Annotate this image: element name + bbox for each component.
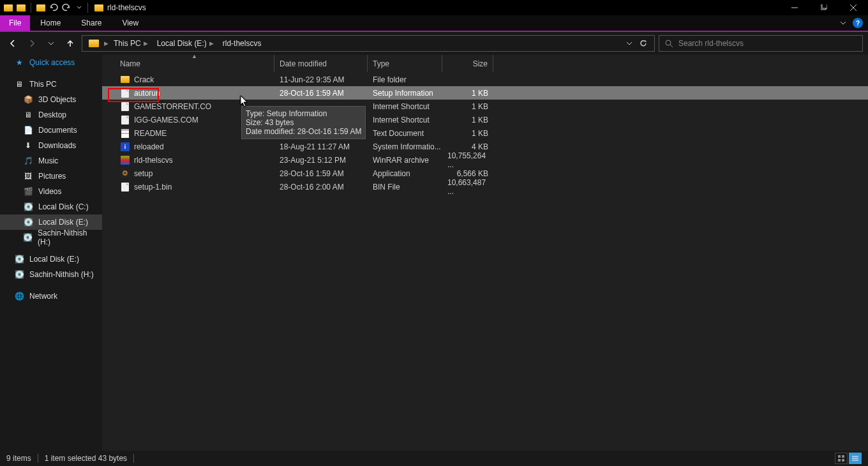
svg-point-5 xyxy=(666,40,671,45)
sidebar-drive[interactable]: 💽Local Disk (E:) xyxy=(0,252,102,267)
drive-icon: 💽 xyxy=(23,233,33,242)
drive-icon: 💽 xyxy=(14,270,24,279)
column-size[interactable]: Size xyxy=(442,55,493,72)
tooltip-line: Size: 43 bytes xyxy=(246,118,361,127)
file-name: GAMESTORRENT.CO xyxy=(134,102,211,111)
drive-icon: 🎬 xyxy=(23,187,33,196)
file-row[interactable]: Crack 11-Jun-22 9:35 AM File folder xyxy=(102,73,868,86)
sidebar-item[interactable]: 📄Documents xyxy=(0,123,102,138)
star-icon: ★ xyxy=(14,58,24,67)
drive-icon: 🖥 xyxy=(23,110,33,119)
chevron-right-icon[interactable]: ▶ xyxy=(104,40,108,47)
separator xyxy=(31,3,31,13)
file-type: Internet Shortcut xyxy=(368,102,442,111)
network-icon: 🌐 xyxy=(14,292,24,301)
file-type: Setup Information xyxy=(368,89,442,98)
file-size: 1 KB xyxy=(442,89,493,98)
file-size: 1 KB xyxy=(442,102,493,111)
sort-asc-icon: ▲ xyxy=(191,53,197,59)
file-row[interactable]: GAMESTORRENT.CO Internet Shortcut 1 KB xyxy=(102,100,868,113)
tab-file[interactable]: File xyxy=(0,15,30,31)
file-name: rld-thelscvs xyxy=(134,156,173,165)
file-row[interactable]: README Text Document 1 KB xyxy=(102,126,868,140)
column-name[interactable]: Name▲ xyxy=(115,55,274,72)
drive-icon: 💽 xyxy=(23,218,33,227)
breadcrumb-segment[interactable]: Local Disk (E:)▶ xyxy=(153,39,218,48)
tooltip-line: Date modified: 28-Oct-16 1:59 AM xyxy=(246,127,361,136)
tooltip-line: Type: Setup Information xyxy=(246,109,361,118)
undo-icon[interactable] xyxy=(48,2,59,13)
file-icon: ⚙ xyxy=(120,169,130,179)
nav-sidebar: ★ Quick access 🖥 This PC 📦3D Objects🖥Des… xyxy=(0,55,102,451)
sidebar-item[interactable]: 🎬Videos xyxy=(0,184,102,199)
file-row[interactable]: setup-1.bin 28-Oct-16 2:00 AM BIN File 1… xyxy=(102,180,868,193)
qat-dropdown-icon[interactable] xyxy=(73,2,85,13)
sidebar-item[interactable]: 🖥Desktop xyxy=(0,107,102,123)
close-button[interactable] xyxy=(839,0,868,15)
sidebar-item[interactable]: 📦3D Objects xyxy=(0,92,102,107)
forward-button[interactable] xyxy=(24,36,40,51)
sidebar-item[interactable]: 💽Local Disk (E:) xyxy=(0,214,102,230)
sidebar-quick-access[interactable]: ★ Quick access xyxy=(0,55,102,70)
search-placeholder: Search rld-thelscvs xyxy=(678,39,744,48)
sidebar-item[interactable]: 💽Sachin-Nithish (H:) xyxy=(0,230,102,245)
file-type: System Informatio... xyxy=(368,142,442,151)
maximize-button[interactable] xyxy=(809,0,839,15)
main-area: ★ Quick access 🖥 This PC 📦3D Objects🖥Des… xyxy=(0,55,868,451)
sidebar-item[interactable]: 💽Local Disk (C:) xyxy=(0,199,102,214)
minimize-button[interactable] xyxy=(780,0,809,15)
file-type: WinRAR archive xyxy=(368,156,442,165)
sidebar-network[interactable]: 🌐 Network xyxy=(0,289,102,304)
chevron-down-icon[interactable] xyxy=(626,40,632,47)
svg-line-6 xyxy=(670,45,673,47)
file-name: autorun xyxy=(134,89,160,98)
sidebar-item[interactable]: 🖼Pictures xyxy=(0,169,102,184)
file-size: 10,755,264 ... xyxy=(442,151,493,169)
redo-icon[interactable] xyxy=(61,2,72,13)
file-name: reloaded xyxy=(134,142,164,151)
tab-view[interactable]: View xyxy=(112,15,149,31)
view-thumbnails-button[interactable] xyxy=(835,453,848,464)
file-size: 1 KB xyxy=(442,129,493,138)
file-size: 10,663,487 ... xyxy=(442,178,493,196)
folder-icon xyxy=(94,4,103,11)
chevron-down-icon[interactable] xyxy=(840,20,846,26)
breadcrumb[interactable]: ▶ This PC▶ Local Disk (E:)▶ rld-thelscvs xyxy=(82,35,655,52)
sidebar-item[interactable]: ⬇Downloads xyxy=(0,138,102,153)
column-date[interactable]: Date modified xyxy=(274,55,368,72)
search-input[interactable]: Search rld-thelscvs xyxy=(659,35,863,52)
drive-icon: 📦 xyxy=(23,95,33,104)
sidebar-item[interactable]: 🎵Music xyxy=(0,153,102,169)
file-name: Crack xyxy=(134,75,154,84)
file-icon xyxy=(120,182,130,192)
drive-icon: ⬇ xyxy=(23,141,33,150)
column-type[interactable]: Type xyxy=(368,55,442,72)
view-details-button[interactable] xyxy=(849,453,862,464)
file-row[interactable]: autorun 28-Oct-16 1:59 AM Setup Informat… xyxy=(102,86,868,100)
breadcrumb-segment[interactable]: rld-thelscvs xyxy=(219,39,266,48)
file-row[interactable]: rld-thelscvs 23-Aug-21 5:12 PM WinRAR ar… xyxy=(102,153,868,167)
file-date: 11-Jun-22 9:35 AM xyxy=(274,75,368,84)
breadcrumb-segment[interactable]: This PC▶ xyxy=(110,39,152,48)
file-date: 18-Aug-21 11:27 AM xyxy=(274,142,368,151)
recent-dropdown[interactable] xyxy=(43,36,59,51)
file-row[interactable]: IGG-GAMES.COM Internet Shortcut 1 KB xyxy=(102,113,868,126)
up-button[interactable] xyxy=(63,36,78,51)
tab-share[interactable]: Share xyxy=(71,15,112,31)
file-size: 4 KB xyxy=(442,142,493,151)
back-button[interactable] xyxy=(5,36,20,51)
drive-icon: 💽 xyxy=(23,202,33,211)
file-type: BIN File xyxy=(368,183,442,192)
sidebar-drive[interactable]: 💽Sachin-Nithish (H:) xyxy=(0,267,102,282)
tab-home[interactable]: Home xyxy=(30,15,71,31)
file-name: setup-1.bin xyxy=(134,183,172,192)
file-type: Internet Shortcut xyxy=(368,116,442,124)
status-item-count: 9 items xyxy=(6,454,31,463)
help-icon[interactable]: ? xyxy=(853,18,863,28)
file-name: IGG-GAMES.COM xyxy=(134,116,198,124)
refresh-icon[interactable] xyxy=(639,39,648,48)
svg-rect-2 xyxy=(822,4,827,8)
sidebar-this-pc[interactable]: 🖥 This PC xyxy=(0,77,102,92)
file-icon xyxy=(120,88,130,98)
file-icon xyxy=(120,101,130,112)
